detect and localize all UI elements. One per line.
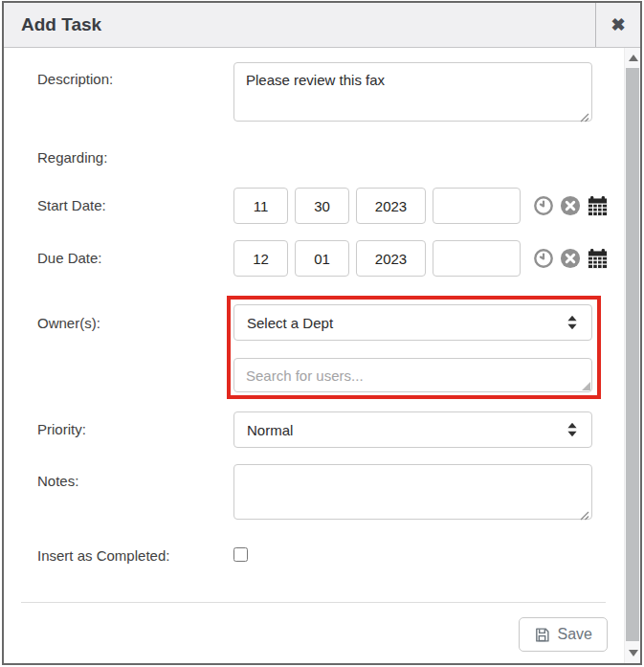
scrollbar-thumb[interactable] bbox=[626, 68, 639, 641]
clear-date-icon[interactable] bbox=[560, 248, 581, 269]
clock-icon[interactable] bbox=[533, 248, 554, 269]
clock-icon[interactable] bbox=[533, 195, 554, 216]
dept-select-value: Select a Dept bbox=[247, 315, 333, 331]
due-date-month-input[interactable] bbox=[233, 240, 288, 277]
due-date-day-input[interactable] bbox=[295, 240, 349, 277]
clear-date-icon[interactable] bbox=[560, 195, 581, 216]
description-label: Description: bbox=[37, 62, 233, 125]
regarding-row: Regarding: bbox=[4, 149, 624, 166]
notes-label: Notes: bbox=[37, 464, 233, 523]
calendar-icon[interactable] bbox=[587, 195, 609, 217]
calendar-icon[interactable] bbox=[587, 248, 609, 270]
vertical-scrollbar[interactable] bbox=[624, 48, 640, 663]
scroll-down-button[interactable] bbox=[625, 645, 640, 661]
scroll-down-icon bbox=[629, 650, 638, 656]
owners-label: Owner(s): bbox=[37, 304, 233, 392]
task-form: Description: Please review this fax Rega… bbox=[4, 48, 624, 652]
dept-select[interactable]: Select a Dept bbox=[233, 304, 592, 341]
start-date-time-input[interactable] bbox=[433, 188, 521, 224]
priority-row: Priority: Normal bbox=[4, 411, 624, 448]
save-button-label: Save bbox=[558, 626, 592, 643]
due-date-row: Due Date: bbox=[4, 240, 624, 277]
start-date-year-input[interactable] bbox=[356, 188, 426, 224]
insert-completed-checkbox[interactable] bbox=[233, 547, 248, 562]
up-down-arrows-icon bbox=[566, 315, 578, 331]
add-task-dialog: Add Task ✖ Description: Please review th… bbox=[2, 1, 642, 665]
due-date-time-input[interactable] bbox=[433, 240, 521, 277]
due-date-year-input[interactable] bbox=[356, 240, 426, 277]
scroll-up-button[interactable] bbox=[625, 50, 640, 66]
notes-row: Notes: bbox=[4, 464, 624, 523]
user-search-input[interactable] bbox=[233, 358, 592, 392]
description-textarea[interactable]: Please review this fax bbox=[233, 62, 592, 122]
start-date-label: Start Date: bbox=[37, 188, 233, 224]
dialog-footer: Save bbox=[4, 603, 624, 652]
dialog-body: Description: Please review this fax Rega… bbox=[4, 48, 640, 663]
dialog-title: Add Task bbox=[4, 3, 595, 47]
insert-completed-row: Insert as Completed: bbox=[4, 547, 624, 566]
floppy-disk-icon bbox=[534, 627, 550, 643]
description-row: Description: Please review this fax bbox=[4, 62, 624, 125]
dialog-header: Add Task ✖ bbox=[4, 3, 640, 48]
start-date-row: Start Date: bbox=[4, 188, 624, 224]
insert-completed-label: Insert as Completed: bbox=[37, 547, 233, 566]
owners-row: Owner(s): Select a Dept bbox=[4, 304, 624, 392]
start-date-day-input[interactable] bbox=[295, 188, 349, 224]
priority-select-value: Normal bbox=[247, 422, 293, 438]
priority-select[interactable]: Normal bbox=[233, 411, 592, 448]
save-button[interactable]: Save bbox=[519, 617, 608, 652]
scroll-up-icon bbox=[629, 55, 638, 61]
close-button[interactable]: ✖ bbox=[595, 3, 640, 47]
priority-label: Priority: bbox=[37, 411, 233, 448]
regarding-label: Regarding: bbox=[37, 149, 233, 166]
due-date-label: Due Date: bbox=[37, 240, 233, 277]
close-icon: ✖ bbox=[611, 14, 625, 35]
notes-textarea[interactable] bbox=[233, 464, 592, 520]
start-date-month-input[interactable] bbox=[233, 188, 288, 224]
up-down-arrows-icon bbox=[566, 422, 578, 438]
